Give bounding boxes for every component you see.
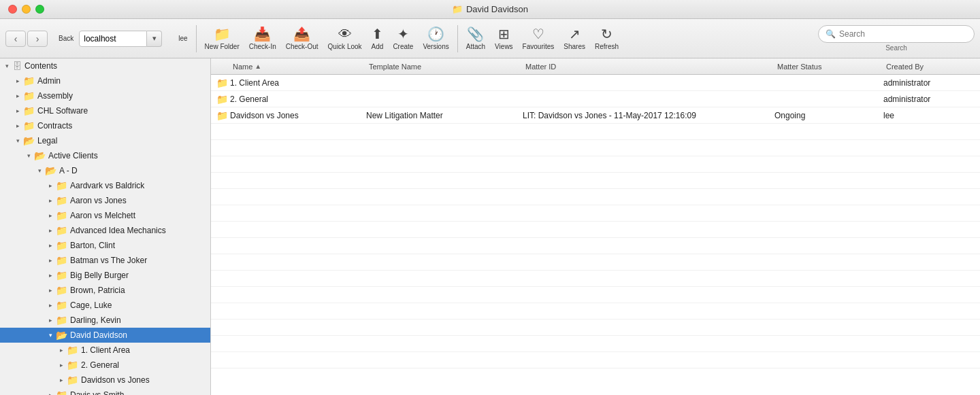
sidebar-item-active-clients[interactable]: 📂 Active Clients — [0, 148, 210, 163]
folder-icon-aardvark: 📁 — [56, 180, 67, 191]
check-out-icon: 📤 — [293, 27, 310, 41]
sidebar-item-davidson-vs-jones[interactable]: 📁 Davidson vs Jones — [0, 373, 210, 388]
favourites-icon: ♡ — [532, 27, 544, 41]
versions-group[interactable]: 🕐 Versions — [419, 24, 453, 53]
favourites-group[interactable]: ♡ Favourites — [519, 24, 559, 53]
address-label-group: lee — [174, 32, 191, 45]
views-icon: ⊞ — [498, 27, 510, 41]
quick-look-group[interactable]: 👁 Quick Look — [324, 24, 366, 53]
search-input-wrap[interactable]: 🔍 — [818, 25, 975, 43]
toggle-contents[interactable] — [1, 61, 12, 71]
toggle-davis-vs-smith[interactable] — [45, 390, 56, 395]
sidebar-item-aaron-jones[interactable]: 📁 Aaron vs Jones — [0, 193, 210, 208]
sidebar-item-david-davidson[interactable]: 📂 David Davidson — [0, 328, 210, 343]
sidebar-item-barton-clint[interactable]: 📁 Barton, Clint — [0, 238, 210, 253]
attach-group[interactable]: 📎 Attach — [462, 24, 489, 53]
sidebar-item-cage-luke[interactable]: 📁 Cage, Luke — [0, 298, 210, 313]
toggle-chl-software[interactable] — [12, 105, 23, 116]
address-input[interactable] — [79, 31, 147, 47]
sidebar-item-advanced-idea-mechanics[interactable]: 📁 Advanced Idea Mechanics — [0, 223, 210, 238]
search-bar[interactable]: 🔍 Search — [818, 25, 975, 52]
cell-matter-id-3: LIT: Davidson vs Jones - 11-May-2017 12:… — [523, 111, 774, 120]
row-folder-icon-2: 📁 — [216, 94, 230, 105]
sidebar-item-legal[interactable]: 📂 Legal — [0, 133, 210, 148]
sidebar-item-general[interactable]: 📁 2. General — [0, 358, 210, 373]
toggle-aardvark[interactable] — [45, 180, 56, 191]
table-row-empty — [211, 173, 980, 189]
close-button[interactable] — [8, 5, 17, 14]
cell-template-3: New Litigation Matter — [366, 111, 523, 120]
sidebar-item-contracts[interactable]: 📁 Contracts — [0, 118, 210, 133]
folder-icon-contracts: 📁 — [23, 120, 35, 131]
toolbar: ‹ › Back ▾ lee 📁 New Folder 📥 Check-In 📤… — [0, 19, 980, 58]
folder-icon-a-d: 📂 — [45, 165, 56, 176]
toggle-contracts[interactable] — [12, 120, 23, 131]
sidebar-item-brown-patricia[interactable]: 📁 Brown, Patricia — [0, 283, 210, 298]
table-row[interactable]: 📁 Davidson vs Jones New Litigation Matte… — [211, 107, 980, 124]
toggle-aaron-melchett[interactable] — [45, 210, 56, 221]
sidebar-item-a-d[interactable]: 📂 A - D — [0, 163, 210, 178]
toggle-admin[interactable] — [12, 75, 23, 86]
toggle-cage-luke[interactable] — [45, 300, 56, 311]
sidebar-item-batman-joker[interactable]: 📁 Batman vs The Joker — [0, 253, 210, 268]
col-header-matter-status[interactable]: Matter Status — [777, 63, 886, 71]
shares-group[interactable]: ↗ Shares — [559, 24, 589, 53]
search-icon: 🔍 — [826, 29, 836, 39]
toggle-darling-kevin[interactable] — [45, 315, 56, 326]
sidebar-item-davis-vs-smith[interactable]: 📁 Davis vs Smith — [0, 388, 210, 395]
sidebar-item-aaron-melchett[interactable]: 📁 Aaron vs Melchett — [0, 208, 210, 223]
address-dropdown[interactable]: ▾ — [147, 31, 162, 47]
forward-button[interactable]: › — [27, 31, 48, 47]
sidebar[interactable]: 🗄 Contents 📁 Admin 📁 Assembly 📁 CHL Soft… — [0, 58, 211, 395]
check-out-group[interactable]: 📤 Check-Out — [282, 24, 323, 53]
toggle-batman-joker[interactable] — [45, 255, 56, 266]
table-row-empty — [211, 140, 980, 156]
col-header-created-by[interactable]: Created By — [886, 63, 975, 71]
cell-name-1: 1. Client Area — [230, 78, 366, 88]
toggle-general[interactable] — [56, 360, 67, 371]
sidebar-item-client-area[interactable]: 📁 1. Client Area — [0, 343, 210, 358]
folder-icon-big-belly-burger: 📁 — [56, 270, 67, 281]
back-button[interactable]: ‹ — [5, 31, 26, 47]
sidebar-item-darling-kevin[interactable]: 📁 Darling, Kevin — [0, 313, 210, 328]
table-row[interactable]: 📁 2. General administrator — [211, 91, 980, 107]
refresh-group[interactable]: ↻ Refresh — [591, 24, 623, 53]
col-header-name[interactable]: Name ▲ — [233, 63, 369, 71]
toggle-aaron-jones[interactable] — [45, 195, 56, 206]
attach-icon: 📎 — [467, 27, 484, 41]
toggle-legal[interactable] — [12, 135, 23, 146]
toggle-big-belly-burger[interactable] — [45, 270, 56, 281]
sidebar-item-chl-software[interactable]: 📁 CHL Software — [0, 103, 210, 118]
sidebar-item-big-belly-burger[interactable]: 📁 Big Belly Burger — [0, 268, 210, 283]
table-row-empty — [211, 156, 980, 173]
maximize-button[interactable] — [35, 5, 44, 14]
views-group[interactable]: ⊞ Views — [491, 24, 517, 53]
minimize-button[interactable] — [22, 5, 31, 14]
add-group[interactable]: ⬆ Add — [368, 24, 388, 53]
check-in-group[interactable]: 📥 Check-In — [245, 24, 280, 53]
sidebar-item-assembly[interactable]: 📁 Assembly — [0, 88, 210, 103]
table-row[interactable]: 📁 1. Client Area administrator — [211, 75, 980, 91]
sidebar-item-admin[interactable]: 📁 Admin — [0, 73, 210, 88]
col-header-template[interactable]: Template Name — [369, 63, 525, 71]
toggle-barton-clint[interactable] — [45, 240, 56, 251]
toggle-assembly[interactable] — [12, 90, 23, 101]
col-header-matter-id[interactable]: Matter ID — [525, 63, 777, 71]
sidebar-item-aardvark[interactable]: 📁 Aardvark vs Baldrick — [0, 178, 210, 193]
search-input[interactable] — [839, 29, 967, 39]
toggle-advanced-idea-mechanics[interactable] — [45, 225, 56, 236]
content-area[interactable]: Name ▲ Template Name Matter ID Matter St… — [211, 58, 980, 395]
toggle-a-d[interactable] — [34, 165, 45, 176]
toggle-davidson-vs-jones[interactable] — [56, 375, 67, 385]
table-row-empty — [211, 238, 980, 254]
sidebar-item-contents[interactable]: 🗄 Contents — [0, 58, 210, 73]
toggle-active-clients[interactable] — [23, 150, 34, 161]
cell-name-3: Davidson vs Jones — [230, 111, 366, 120]
toggle-client-area[interactable] — [56, 345, 67, 356]
new-folder-group[interactable]: 📁 New Folder — [201, 24, 244, 53]
toggle-david-davidson[interactable] — [45, 330, 56, 341]
address-bar[interactable]: ▾ — [79, 31, 162, 47]
table-row-empty — [211, 336, 980, 352]
toggle-brown-patricia[interactable] — [45, 285, 56, 296]
create-group[interactable]: ✦ Create — [389, 24, 417, 53]
